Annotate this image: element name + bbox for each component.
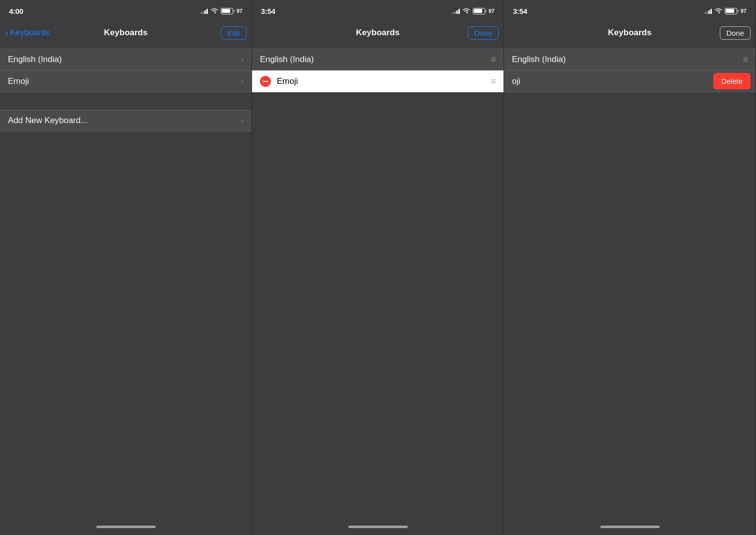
chevron-icon-english-1: › xyxy=(241,56,244,64)
status-time-2: 3:54 xyxy=(261,7,275,15)
home-indicator-1 xyxy=(0,518,252,535)
status-icons-1: 97 xyxy=(200,8,243,14)
add-keyboard-text-1: Add New Keyboard... xyxy=(8,116,241,126)
nav-title-1: Keyboards xyxy=(104,28,148,38)
list-item-emoji-2[interactable]: Emoji ≡ xyxy=(252,70,504,92)
nav-bar-1: ‹ Keyboards Keyboards Edit xyxy=(0,22,252,44)
chevron-icon-emoji-1: › xyxy=(241,77,244,85)
wifi-icon-3 xyxy=(714,8,722,14)
signal-icon-3 xyxy=(704,8,712,14)
status-icons-3: 97 xyxy=(704,8,747,14)
status-bar-1: 4:00 97 xyxy=(0,0,252,22)
drag-handle-english-2[interactable]: ≡ xyxy=(491,55,496,64)
home-indicator-3 xyxy=(504,518,756,535)
nav-title-2: Keyboards xyxy=(356,28,400,38)
keyboard-section-3: English (India) ≡ oji ≡ Delete xyxy=(504,49,756,92)
add-keyboard-item-1[interactable]: Add New Keyboard... › xyxy=(0,110,252,132)
status-bar-2: 3:54 97 xyxy=(252,0,504,22)
back-label-1: Keyboards xyxy=(10,28,50,38)
done-button-3[interactable]: Done xyxy=(720,26,751,40)
battery-icon-3 xyxy=(725,8,737,14)
section-spacer-1 xyxy=(0,92,252,110)
status-bar-3: 3:54 97 xyxy=(504,0,756,22)
home-bar-1 xyxy=(96,526,156,528)
delete-button-3[interactable]: Delete xyxy=(713,73,751,89)
list-item-english-1[interactable]: English (India) › xyxy=(0,49,252,70)
back-button-1[interactable]: ‹ Keyboards xyxy=(5,28,50,38)
wifi-icon-1 xyxy=(210,8,218,14)
panel-1: 4:00 97 ‹ Keyboards xyxy=(0,0,252,535)
panel-3: 3:54 97 Keyboards Done xyxy=(504,0,756,535)
list-item-emoji-3[interactable]: oji ≡ Delete xyxy=(504,70,756,92)
list-item-english-2[interactable]: English (India) ≡ xyxy=(252,49,504,70)
status-icons-2: 97 xyxy=(452,8,495,14)
list-item-text-english-2: English (India) xyxy=(260,55,491,65)
home-indicator-2 xyxy=(252,518,504,535)
battery-text-2: 97 xyxy=(489,8,495,14)
done-button-2[interactable]: Done xyxy=(468,26,499,40)
battery-text-1: 97 xyxy=(237,8,243,14)
list-area-1: English (India) › Emoji › Add New Keyboa… xyxy=(0,44,252,518)
back-chevron-1: ‹ xyxy=(5,28,8,38)
home-bar-3 xyxy=(600,526,660,528)
home-bar-2 xyxy=(348,526,408,528)
list-item-english-3[interactable]: English (India) ≡ xyxy=(504,49,756,70)
nav-title-3: Keyboards xyxy=(608,28,652,38)
chevron-icon-add-1: › xyxy=(241,117,244,125)
nav-bar-3: Keyboards Done xyxy=(504,22,756,44)
list-item-emoji-1[interactable]: Emoji › xyxy=(0,70,252,92)
nav-bar-2: Keyboards Done xyxy=(252,22,504,44)
keyboard-section-1: English (India) › Emoji › xyxy=(0,49,252,92)
battery-text-3: 97 xyxy=(741,8,747,14)
status-time-3: 3:54 xyxy=(513,7,527,15)
list-item-text-english-1: English (India) xyxy=(8,55,241,65)
drag-handle-emoji-2[interactable]: ≡ xyxy=(491,77,496,86)
edit-button-1[interactable]: Edit xyxy=(221,26,247,40)
signal-icon-1 xyxy=(200,8,208,14)
battery-icon-2 xyxy=(473,8,485,14)
panel-2: 3:54 97 Keyboards Done xyxy=(252,0,504,535)
list-item-text-emoji-2: Emoji xyxy=(277,76,491,86)
list-item-text-emoji-3: oji xyxy=(512,76,743,86)
keyboard-section-2: English (India) ≡ Emoji ≡ xyxy=(252,49,504,92)
list-area-2: English (India) ≡ Emoji ≡ xyxy=(252,44,504,518)
list-item-text-english-3: English (India) xyxy=(512,55,743,65)
drag-handle-english-3[interactable]: ≡ xyxy=(743,55,748,64)
battery-icon-1 xyxy=(221,8,233,14)
list-item-text-emoji-1: Emoji xyxy=(8,76,241,86)
status-time-1: 4:00 xyxy=(9,7,23,15)
wifi-icon-2 xyxy=(462,8,470,14)
list-area-3: English (India) ≡ oji ≡ Delete xyxy=(504,44,756,518)
signal-icon-2 xyxy=(452,8,460,14)
minus-icon-2[interactable] xyxy=(260,76,271,87)
minus-line-2 xyxy=(262,81,268,82)
